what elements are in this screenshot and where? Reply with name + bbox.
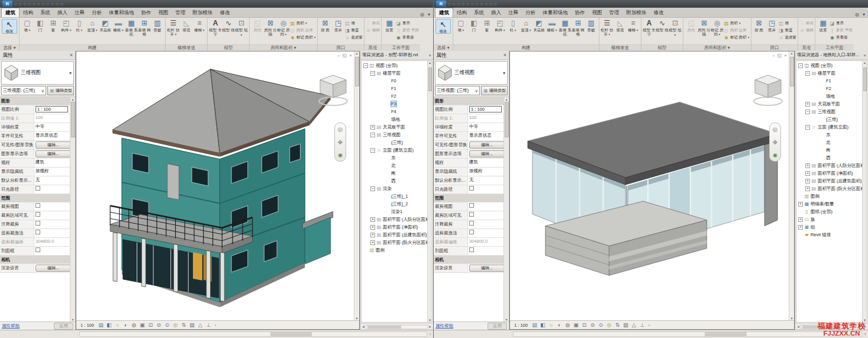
ribbon-tab[interactable]: 管理 [606,8,623,17]
tree-item[interactable]: F1 [362,85,432,92]
browser-scrollbar[interactable]: ▲▼ [427,61,432,322]
viewport-vertical-scrollbar[interactable]: ▲▼ [789,51,794,320]
property-checkbox[interactable] [469,203,474,208]
ribbon-button[interactable]: 模型 文字 [209,18,222,36]
tree-item[interactable]: 图纸 (全部) [796,208,867,215]
ribbon-tab[interactable]: 建筑 [1,8,20,17]
tree-item[interactable]: 东 [796,131,867,139]
ribbon-small-button[interactable]: 显示 [396,20,419,27]
ribbon-small-button[interactable]: 轴网 [799,27,814,34]
quick-access-icon[interactable]: ◌ [24,1,27,7]
ribbon-button[interactable]: 房间 [251,18,264,32]
ribbon-button[interactable]: 模型 组 [235,18,248,37]
tree-item[interactable]: 东 [362,154,432,162]
ribbon-small-button[interactable]: 面积 [290,20,316,27]
ribbon-button[interactable]: 墙 [454,18,467,33]
quick-access-icon[interactable]: ◌ [494,1,497,7]
property-value[interactable]: 建筑 [469,159,478,165]
view-control-icon[interactable] [639,322,646,329]
property-row[interactable]: 规程 建筑 建筑 ⌃ [434,159,509,168]
ribbon-button[interactable]: 标记 房间 [711,18,724,37]
property-row[interactable]: 远剪裁偏移 304800.0 304800.0 ⌃ [434,238,509,247]
ribbon-button[interactable]: 设置 [383,18,396,32]
revit-logo-button[interactable]: R [2,1,12,7]
ribbon-tab[interactable]: 结构 [453,8,470,17]
view-control-icon[interactable] [531,322,538,329]
ribbon-tab[interactable]: 结构 [20,8,37,17]
ribbon-small-button[interactable]: 面积 边界 [724,27,750,34]
property-value[interactable]: 1 : 100 [469,106,502,112]
view-control-icon[interactable] [205,322,212,329]
ribbon-tab[interactable]: 视图 [589,8,606,17]
ribbon-tab[interactable]: 体量和场地 [539,8,572,17]
ribbon-tab[interactable]: 插入 [54,8,71,17]
ribbon-small-button[interactable]: 参照 平面 [830,27,853,34]
tree-expander[interactable] [805,110,810,114]
ribbon-button[interactable]: 按 面 [753,18,766,32]
ribbon-tab[interactable]: 修改 [650,8,667,17]
quick-access-icon[interactable]: ◌ [476,1,479,7]
tree-item[interactable]: 场地 [362,115,432,123]
property-checkbox[interactable] [36,186,40,191]
ribbon-small-button[interactable]: 标高 [799,20,814,27]
ribbon-small-button[interactable]: 标记 面积 [290,34,316,41]
property-row[interactable]: 可见性/图形替换 编辑... 编辑... ⌃ [434,141,509,150]
view-control-icon[interactable] [556,322,563,329]
ribbon-small-button[interactable]: 参照 平面 [396,27,419,34]
quick-access-icon[interactable]: ◌ [448,1,451,7]
instance-selector[interactable]: 三维视图: {三维}∨ [1,86,46,95]
tree-item[interactable]: 渲染 [362,185,432,192]
ribbon-button[interactable]: 模型 组 [669,18,682,37]
ribbon-tab[interactable]: 体量和场地 [105,8,138,17]
view-control-icon[interactable] [156,322,162,329]
tree-expander[interactable] [370,125,375,130]
quick-access-icon[interactable]: ◌ [33,1,36,7]
ribbon-button[interactable]: 墙 [21,18,34,33]
ribbon-small-button[interactable]: 面积 边界 [290,27,316,34]
property-row[interactable]: 远剪裁激活 ⌃ [0,229,75,238]
tree-item[interactable]: 渲染1 [362,208,432,215]
tree-expander[interactable] [805,71,810,76]
group-label-opening[interactable]: 洞口 [751,44,798,51]
tree-item[interactable]: 北 [362,162,432,169]
tree-item[interactable]: F0 [362,77,432,85]
tree-item[interactable]: 面积平面 (防火分区面积) [362,239,432,246]
h-scrollbar[interactable] [79,331,427,337]
ribbon-tab[interactable]: 协作 [572,8,589,17]
edit-button[interactable]: 编辑... [36,265,71,272]
ribbon-button[interactable]: 房间 [685,18,698,32]
ribbon-button[interactable]: 门 [34,18,47,32]
property-row[interactable]: 详细程度 中等 中等 ⌃ [434,123,509,132]
tree-expander[interactable] [370,186,375,191]
drawing-viewport[interactable]: –◱× [76,51,360,330]
tree-expander[interactable] [798,202,803,207]
quick-access-icon[interactable]: ◌ [457,1,460,7]
edit-type-button[interactable]: 编辑类型 [47,86,74,95]
quick-access-icon[interactable]: ◌ [471,1,474,7]
group-label-room-area[interactable]: 房间和面积 ▾ [683,44,751,51]
view-control-icon[interactable] [598,322,604,329]
quick-access-icon[interactable]: ◌ [46,1,49,7]
ribbon-button[interactable]: 构件 [493,18,506,33]
property-checkbox[interactable] [36,230,40,234]
property-value[interactable]: 100 [469,115,477,120]
browser-scrollbar[interactable]: ▲▼ [862,61,867,322]
property-row[interactable]: 显示隐藏线 按规程 按规程 ⌃ [434,168,509,176]
ribbon-button[interactable]: 竖井 [332,18,345,32]
property-checkbox[interactable] [36,212,40,217]
property-row[interactable]: 日光路径 ⌃ [0,185,75,194]
property-value[interactable]: 建筑 [36,159,44,165]
ribbon-button[interactable]: 窗 [480,18,493,32]
pan-icon[interactable]: ✥ [773,139,777,146]
view-scale-button[interactable]: 1 : 100 [79,322,96,329]
ribbon-small-button[interactable]: 标高 [366,20,380,27]
ribbon-button[interactable]: 屋顶 [519,18,533,33]
quick-access-icon[interactable]: ◌ [60,1,63,7]
view-control-icon[interactable] [573,322,579,329]
view-control-icon[interactable] [189,322,195,329]
property-value[interactable]: 无 [36,177,40,182]
tree-item[interactable]: {三维} [362,139,432,146]
tree-expander[interactable] [798,225,803,230]
ribbon-button[interactable]: 门 [467,18,480,32]
tree-expander[interactable] [798,63,803,68]
